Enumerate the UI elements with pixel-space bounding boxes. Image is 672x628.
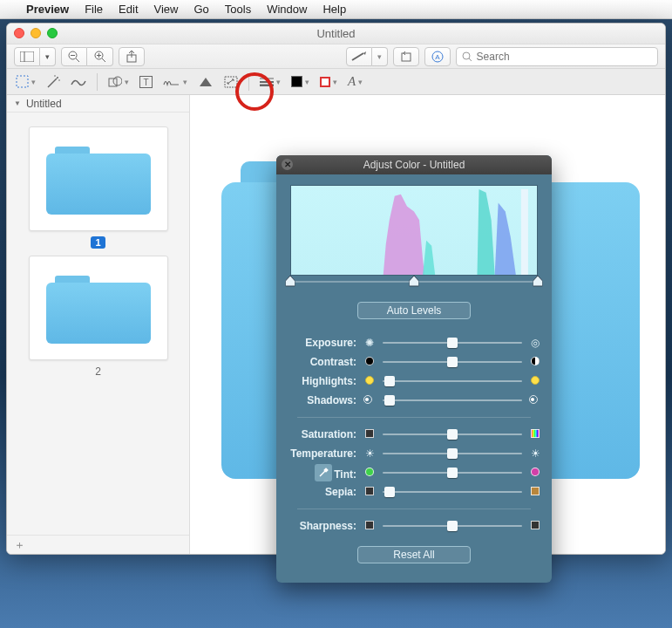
add-page-button[interactable]: ＋: [7, 535, 189, 554]
window-minimize-button[interactable]: [31, 28, 41, 38]
menu-edit[interactable]: Edit: [119, 3, 138, 16]
window-titlebar[interactable]: Untitled: [7, 24, 665, 44]
zoom-segment: [61, 47, 113, 66]
share-icon: [126, 51, 137, 63]
highlights-slider[interactable]: [383, 374, 522, 388]
macos-menubar: Preview File Edit View Go Tools Window H…: [0, 0, 672, 19]
border-color-tool[interactable]: ▾: [291, 76, 309, 87]
svg-marker-30: [286, 276, 295, 286]
search-input[interactable]: [477, 51, 652, 63]
black-point-handle[interactable]: [286, 276, 295, 287]
auto-levels-button[interactable]: Auto Levels: [357, 302, 471, 319]
tint-knob[interactable]: [447, 468, 458, 478]
rotate-button[interactable]: [393, 47, 419, 66]
temperature-slider[interactable]: [383, 447, 522, 461]
white-point-handle[interactable]: [533, 276, 543, 287]
temperature-knob[interactable]: [447, 448, 458, 459]
menu-file[interactable]: File: [85, 3, 103, 16]
selection-tool[interactable]: ▾: [16, 75, 36, 88]
aperture-open-icon: ◎: [531, 337, 540, 349]
svg-rect-25: [225, 77, 237, 87]
sidebar-header[interactable]: ▼ Untitled: [7, 95, 189, 113]
panel-close-button[interactable]: ✕: [282, 159, 293, 170]
sq-gray-icon: [365, 428, 374, 440]
exposure-knob[interactable]: [447, 338, 458, 348]
adjust-color-panel[interactable]: ✕ Adjust Color - Untitled Auto Levels Ex…: [276, 155, 552, 583]
zoom-in-button[interactable]: [87, 47, 113, 66]
shapes-tool[interactable]: ▾: [108, 76, 129, 88]
temperature-slider-row: Temperature:☀☀: [287, 444, 541, 463]
sharpness-max-icon: [529, 520, 541, 532]
reset-all-button[interactable]: Reset All: [357, 546, 471, 563]
markup-dropdown[interactable]: ▾: [372, 47, 388, 66]
thumbnail-2[interactable]: 2: [24, 256, 173, 378]
app-menu[interactable]: Preview: [26, 3, 69, 16]
levels-track[interactable]: [290, 277, 538, 293]
separator: [297, 417, 531, 418]
sepia-min-icon: [363, 486, 376, 498]
markup-pen-icon: [351, 51, 367, 62]
search-field[interactable]: [456, 47, 659, 66]
view-mode-dropdown[interactable]: ▾: [40, 47, 56, 66]
sq-gray-icon: [531, 520, 540, 532]
sepia-slider[interactable]: [383, 485, 522, 499]
shadows-slider[interactable]: [383, 393, 522, 407]
disclosure-triangle-icon: ▼: [14, 99, 21, 107]
chevron-down-icon: ▾: [333, 78, 337, 86]
exposure-slider-row: Exposure:✺◎: [287, 333, 541, 352]
text-style-tool[interactable]: A ▾: [348, 74, 363, 89]
menu-view[interactable]: View: [154, 3, 179, 16]
line-weight-icon: [260, 78, 274, 86]
panel-titlebar[interactable]: ✕ Adjust Color - Untitled: [276, 155, 552, 174]
annotate-icon: A: [431, 51, 444, 63]
svg-rect-16: [17, 76, 28, 87]
window-zoom-button[interactable]: [47, 28, 58, 38]
sharpness-slider[interactable]: [383, 519, 522, 533]
svg-rect-11: [402, 53, 411, 61]
exposure-slider[interactable]: [383, 336, 522, 350]
sq-rainbow-icon: [531, 428, 540, 440]
menu-go[interactable]: Go: [193, 3, 208, 16]
saturation-knob[interactable]: [447, 429, 458, 440]
search-icon: [462, 51, 472, 62]
sq-gray-icon: [365, 520, 374, 532]
sign-tool[interactable]: ▾: [163, 76, 187, 88]
instant-alpha-tool[interactable]: [46, 75, 60, 89]
contrast-knob[interactable]: [447, 357, 458, 367]
exposure-min-icon: ✺: [363, 337, 376, 349]
highlights-max-icon: [529, 375, 541, 387]
page-badge: 1: [91, 236, 105, 249]
markup-toggle-button[interactable]: [346, 47, 372, 66]
menu-tools[interactable]: Tools: [225, 3, 251, 16]
mid-point-handle[interactable]: [410, 276, 419, 287]
sketch-tool[interactable]: [71, 76, 86, 88]
saturation-slider[interactable]: [383, 427, 522, 441]
line-style-tool[interactable]: ▾: [260, 78, 281, 86]
fill-color-tool[interactable]: ▾: [320, 77, 337, 87]
highlights-knob[interactable]: [384, 376, 395, 386]
sepia-knob[interactable]: [384, 487, 395, 497]
thumbnail-1[interactable]: 1: [24, 126, 173, 249]
shadows-knob[interactable]: [384, 395, 395, 406]
zoom-out-button[interactable]: [61, 47, 87, 66]
adjust-size-tool[interactable]: [224, 76, 238, 88]
saturation-slider-row: Saturation:: [287, 425, 541, 444]
histogram: [290, 185, 538, 276]
text-tool[interactable]: T: [139, 76, 153, 88]
sidebar-view-button[interactable]: [14, 47, 40, 66]
eyedropper-button[interactable]: [315, 464, 332, 481]
chevron-down-icon: ▾: [125, 78, 129, 86]
sharpness-knob[interactable]: [447, 521, 458, 531]
contrast-slider[interactable]: [383, 355, 522, 369]
menu-window[interactable]: Window: [267, 3, 307, 16]
svg-point-14: [463, 52, 470, 59]
share-button[interactable]: [119, 47, 145, 66]
annotate-button[interactable]: A: [424, 47, 451, 66]
tint-slider[interactable]: [383, 466, 522, 480]
svg-line-3: [76, 58, 79, 62]
menu-help[interactable]: Help: [322, 3, 346, 16]
window-close-button[interactable]: [14, 28, 24, 38]
dot-magenta-icon: [531, 467, 540, 479]
highlights-slider-row: Highlights:: [287, 372, 541, 391]
adjust-color-tool[interactable]: [198, 76, 214, 88]
